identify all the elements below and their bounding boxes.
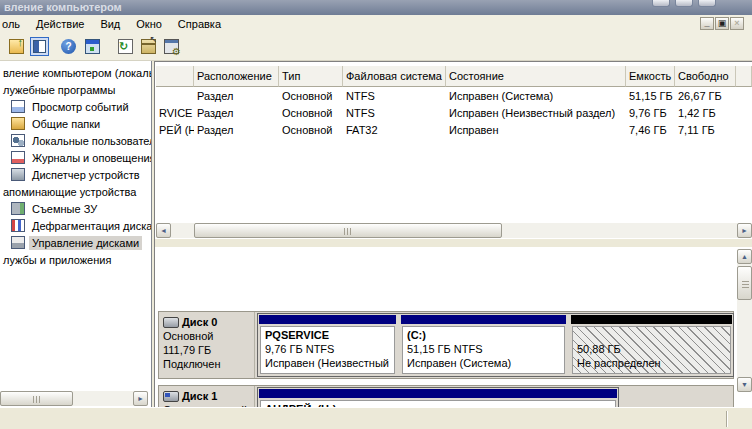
scrollbar-thumb[interactable]: [0, 391, 73, 406]
graphical-vertical-scrollbar[interactable]: ▲ ▼: [737, 249, 752, 392]
menu-bar: оль Действие Вид Окно Справка _ ▣ ×: [0, 15, 752, 33]
settings-window-icon[interactable]: ⚙: [162, 37, 181, 56]
column-header-volume[interactable]: [156, 66, 194, 87]
disk-management-panel: Расположение Тип Файловая система Состоя…: [154, 61, 752, 407]
graphical-view: Диск 0 Основной 111,79 ГБ Подключен PQSE…: [155, 247, 752, 407]
show-hide-tree-icon[interactable]: [30, 37, 49, 56]
menu-help[interactable]: Справка: [170, 16, 229, 32]
scroll-down-arrow[interactable]: ▼: [737, 377, 752, 392]
mdi-minimize-button[interactable]: _: [700, 17, 714, 30]
folder-shape: ↑: [9, 39, 24, 54]
performance-logs-icon: [11, 151, 25, 164]
scroll-left-arrow[interactable]: ◄: [156, 223, 171, 238]
export-list-icon[interactable]: ↖: [139, 37, 158, 56]
menu-action[interactable]: Действие: [28, 16, 92, 32]
disk0-info[interactable]: Диск 0 Основной 111,79 ГБ Подключен: [159, 312, 255, 378]
partition-color-band: [571, 315, 732, 324]
toolbar: ↑ ? ↻ ↖ ⚙: [0, 33, 752, 61]
partition-pqservice[interactable]: PQSERVICE 9,76 ГБ NTFS Исправен (Неизвес…: [258, 314, 397, 376]
page-shape: ↻: [118, 39, 133, 54]
partition-c[interactable]: (C:) 51,15 ГБ NTFS Исправен (Система): [400, 314, 567, 376]
console-tree: вление компьютером (локаль лужебные прог…: [0, 61, 152, 407]
pane-splitter[interactable]: [155, 239, 752, 247]
window-maximize-button[interactable]: [675, 0, 693, 7]
tree-item-performance-logs[interactable]: Журналы и оповещения пр: [0, 149, 152, 166]
removable-storage-icon: [11, 202, 25, 215]
partition-unallocated[interactable]: 50,88 ГБ Не распределен: [570, 314, 733, 376]
refresh-icon[interactable]: ↻: [116, 37, 135, 56]
help-icon[interactable]: ?: [59, 37, 78, 56]
disk0-partition-strip: PQSERVICE 9,76 ГБ NTFS Исправен (Неизвес…: [257, 313, 734, 377]
computer-management-window: вление компьютером оль Действие Вид Окно…: [0, 0, 752, 429]
gear-window-shape: ⚙: [164, 39, 179, 54]
disk1-info[interactable]: Диск 1 Съемное устрой 7,47 ГБ Подключен: [159, 386, 255, 407]
question-glyph: ?: [61, 39, 76, 54]
menu-window[interactable]: Окно: [128, 16, 170, 32]
column-header-capacity[interactable]: Емкость: [626, 66, 675, 87]
scroll-up-arrow[interactable]: ▲: [737, 249, 752, 264]
tree-item-removable-storage[interactable]: Съемные ЗУ: [0, 200, 100, 217]
partition-color-band: [401, 315, 566, 324]
scroll-right-arrow[interactable]: ►: [737, 223, 752, 238]
mdi-restore-button[interactable]: ▣: [715, 17, 729, 30]
window-title: вление компьютером: [4, 1, 122, 13]
disk1-row: Диск 1 Съемное устрой 7,47 ГБ Подключен …: [158, 385, 734, 407]
tree-item-defragmenter[interactable]: Дефрагментация диска: [0, 217, 152, 234]
list-horizontal-scrollbar[interactable]: ◄ ►: [156, 223, 752, 238]
tree-item-local-users[interactable]: Локальные пользователи и: [0, 132, 152, 149]
partition-color-band: [259, 315, 396, 324]
removable-disk-icon: [163, 391, 179, 402]
mdi-close-button[interactable]: ×: [730, 17, 744, 30]
tree-item-services[interactable]: лужбы и приложения: [0, 251, 114, 268]
status-bar: [0, 407, 752, 429]
partition-andrey[interactable]: АНДРЕЙ (H:) 7,47 ГБ FAT32 Исправен: [258, 388, 618, 407]
shared-folders-icon: [11, 117, 25, 130]
title-bar: вление компьютером: [0, 0, 752, 15]
properties-window-icon[interactable]: [83, 37, 102, 56]
tree-item-storage[interactable]: апоминающие устройства: [0, 183, 139, 200]
up-one-level-icon[interactable]: ↑: [7, 37, 26, 56]
defragmenter-icon: [11, 219, 25, 232]
column-header-location[interactable]: Расположение: [194, 66, 279, 87]
window-close-button[interactable]: [698, 0, 716, 7]
tree-item-system-tools[interactable]: лужебные программы: [0, 81, 118, 98]
scroll-right-arrow[interactable]: ►: [133, 391, 148, 406]
disk1-partition-strip: АНДРЕЙ (H:) 7,47 ГБ FAT32 Исправен: [257, 387, 619, 407]
menu-view[interactable]: Вид: [92, 16, 128, 32]
sidebar-horizontal-scrollbar[interactable]: ►: [0, 391, 148, 406]
status-bar-divider: [726, 411, 728, 427]
event-viewer-icon: [11, 100, 25, 113]
disk-icon: [163, 317, 179, 328]
partition-color-band: [259, 389, 617, 398]
window-shape: [85, 39, 100, 54]
tree-pane-shape: [33, 40, 46, 53]
local-users-icon: [11, 134, 25, 147]
column-header-filesystem[interactable]: Файловая система: [343, 66, 446, 87]
scrollbar-thumb[interactable]: [194, 223, 502, 238]
tree-item-device-manager[interactable]: Диспетчер устройств: [0, 166, 143, 183]
disk-management-icon: [11, 236, 25, 249]
column-header-free[interactable]: Свободно: [675, 66, 736, 87]
column-header-status[interactable]: Состояние: [446, 66, 626, 87]
column-header-type[interactable]: Тип: [279, 66, 343, 87]
tree-item-root[interactable]: вление компьютером (локаль: [0, 64, 152, 81]
cabinet-shape: ↖: [141, 39, 156, 54]
menu-console[interactable]: оль: [0, 16, 28, 32]
window-minimize-button[interactable]: [652, 0, 670, 7]
scrollbar-thumb[interactable]: [737, 266, 752, 300]
device-manager-icon: [11, 168, 25, 181]
tree-item-event-viewer[interactable]: Просмотр событий: [0, 98, 132, 115]
tree-item-disk-management[interactable]: Управление дисками: [0, 234, 142, 251]
tree-item-shared-folders[interactable]: Общие папки: [0, 115, 103, 132]
column-header-extra[interactable]: [736, 66, 752, 87]
disk0-row: Диск 0 Основной 111,79 ГБ Подключен PQSE…: [158, 311, 734, 379]
